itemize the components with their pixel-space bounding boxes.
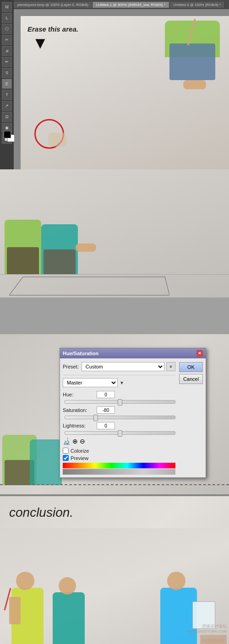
- middle-child: [37, 192, 96, 275]
- watermark-line2: WWW.MISSYUAN.COM: [187, 629, 227, 633]
- c1-arm: [9, 597, 21, 624]
- fg-bg-color[interactable]: [4, 131, 16, 143]
- ok-button[interactable]: OK: [179, 362, 203, 372]
- watermark-area: 思缘设计论坛 WWW.MISSYUAN.COM: [187, 623, 227, 633]
- lightness-slider-thumb[interactable]: [118, 430, 122, 437]
- saturation-label: Saturation:: [63, 407, 95, 413]
- ps-watermark: PS教程论坛: [200, 635, 227, 644]
- colorize-row: Colorize: [63, 448, 175, 454]
- ps-toolbar: M L ⬡ ✂ ⌀ ✏ S E T ↗ Ω ◉ ⬜: [0, 0, 14, 169]
- eyedropper-icon[interactable]: 🔬: [63, 438, 71, 445]
- separator-line: [63, 375, 175, 375]
- dialog-button-group: OK Cancel: [179, 362, 203, 475]
- preset-menu-icon[interactable]: ≡: [166, 362, 175, 371]
- dialog-left-content: Preset: Custom ≡ Master ▼ H: [63, 362, 175, 475]
- svg-marker-0: [9, 277, 169, 295]
- dialog-main-body: Preset: Custom ≡ Master ▼ H: [60, 358, 206, 477]
- preset-label: Preset:: [63, 364, 79, 369]
- tab-bar[interactable]: pbmdcpxmr.bmp @ 100% (Layer 0, RGB/8) Un…: [14, 0, 229, 9]
- saturation-value-input[interactable]: [97, 406, 115, 414]
- eyedropper-row: 🔬 ⊕ ⊖: [63, 438, 175, 445]
- c3-shirt: [160, 588, 197, 644]
- preview-row: Preview: [63, 455, 175, 461]
- lightness-slider-track[interactable]: [65, 431, 175, 435]
- conclusion-photo-area: 思缘设计论坛 WWW.MISSYUAN.COM PS教程论坛: [0, 528, 229, 644]
- arrow-icon: ▼: [32, 35, 78, 51]
- lightness-slider-container: [63, 431, 175, 435]
- floor-line: [0, 274, 229, 275]
- cancel-button[interactable]: Cancel: [179, 374, 203, 384]
- tab-1[interactable]: pbmdcpxmr.bmp @ 100% (Layer 0, RGB/8): [14, 2, 93, 8]
- hue-slider-thumb[interactable]: [118, 399, 122, 406]
- tool-brush[interactable]: ✏: [2, 57, 12, 67]
- hue-row: Hue:: [63, 391, 175, 398]
- saturation-slider-thumb[interactable]: [93, 415, 98, 421]
- left-child-pants: [7, 247, 39, 275]
- saturation-row: Saturation:: [63, 406, 175, 414]
- tool-dodge[interactable]: ↗: [2, 101, 12, 111]
- lightness-label: Lightness:: [63, 423, 95, 428]
- tool-eraser[interactable]: E: [2, 79, 12, 89]
- lightness-row: Lightness:: [63, 422, 175, 429]
- colorize-label: Colorize: [71, 448, 89, 454]
- preview-label: Preview: [71, 455, 88, 461]
- erase-instruction-area: Erase this area. ▼: [27, 25, 78, 51]
- hue-value-input[interactable]: [97, 391, 115, 398]
- colorize-checkbox[interactable]: [63, 448, 69, 454]
- preset-row: Preset: Custom ≡: [63, 362, 175, 371]
- color-gradient-bar-bottom: [63, 469, 175, 475]
- dialog-section: Hue/Saturation ✕ Preset: Custom ≡: [0, 334, 229, 494]
- tool-pen[interactable]: Ω: [2, 112, 12, 122]
- eyedropper-subtract-icon[interactable]: ⊖: [80, 438, 85, 445]
- tab-3[interactable]: Untitled-3 @ 100% (RGB/8) *: [169, 2, 225, 8]
- photoshop-top-section: pbmdcpxmr.bmp @ 100% (Layer 0, RGB/8) Un…: [0, 0, 229, 169]
- hue-slider-container: [63, 400, 175, 404]
- watermark-line1: 思缘设计论坛: [187, 623, 227, 629]
- ps-watermark-text: PS教程论坛: [202, 639, 224, 643]
- bg-mid-shirt: [30, 439, 62, 485]
- photo-bg: Erase this area. ▼: [21, 16, 229, 169]
- middle-section: [0, 169, 229, 298]
- middle-child-pants: [44, 249, 76, 275]
- canvas-area: Erase this area. ▼: [14, 9, 229, 169]
- channel-arrow: ▼: [120, 380, 124, 385]
- conclusion-section: conclusion. 思缘设计论坛: [0, 496, 229, 644]
- color-gradient-bar-top: [63, 463, 175, 468]
- tool-crop[interactable]: ⬡: [2, 24, 12, 34]
- hue-label: Hue:: [63, 392, 95, 397]
- eyedropper-add-icon[interactable]: ⊕: [72, 438, 78, 445]
- middle-photo-bg: [0, 169, 229, 298]
- selection-dashed-line: [0, 484, 229, 485]
- saturation-slider-container: [63, 416, 175, 419]
- tool-heal[interactable]: ⌀: [2, 46, 12, 56]
- dialog-title-bar: Hue/Saturation ✕: [60, 348, 206, 358]
- saturation-slider-track[interactable]: [65, 416, 175, 419]
- erased-area: [48, 133, 66, 146]
- tool-stamp[interactable]: S: [2, 68, 12, 78]
- tool-gradient[interactable]: T: [2, 90, 12, 100]
- fg-color-box[interactable]: [4, 131, 11, 138]
- tool-lasso[interactable]: L: [2, 13, 12, 23]
- preset-select[interactable]: Custom: [82, 362, 164, 371]
- c2-head: [59, 577, 76, 595]
- tab-2[interactable]: Untitled-1 @ 300% (898545_low, RGB/8) *: [93, 2, 169, 8]
- c3-head: [167, 572, 185, 590]
- conclusion-text: conclusion.: [9, 505, 220, 520]
- preview-checkbox[interactable]: [63, 455, 69, 461]
- erase-text: Erase this area.: [27, 25, 78, 33]
- c2-shirt: [53, 592, 85, 644]
- tool-move[interactable]: M: [2, 2, 12, 12]
- dialog-close-button[interactable]: ✕: [196, 350, 203, 357]
- middle-child-foot: [76, 244, 96, 252]
- hue-saturation-dialog[interactable]: Hue/Saturation ✕ Preset: Custom ≡: [60, 348, 206, 478]
- lightness-value-input[interactable]: [97, 422, 115, 429]
- photo-child-area: [137, 16, 220, 108]
- conclusion-child-2: [50, 560, 96, 644]
- hue-slider-track[interactable]: [65, 400, 175, 404]
- gray-spacer: [0, 298, 229, 334]
- conclusion-child-1: [9, 556, 55, 644]
- channel-row: Master ▼: [63, 378, 175, 387]
- tool-slice[interactable]: ✂: [2, 35, 12, 45]
- channel-select[interactable]: Master: [63, 378, 118, 387]
- dialog-title: Hue/Saturation: [63, 351, 98, 356]
